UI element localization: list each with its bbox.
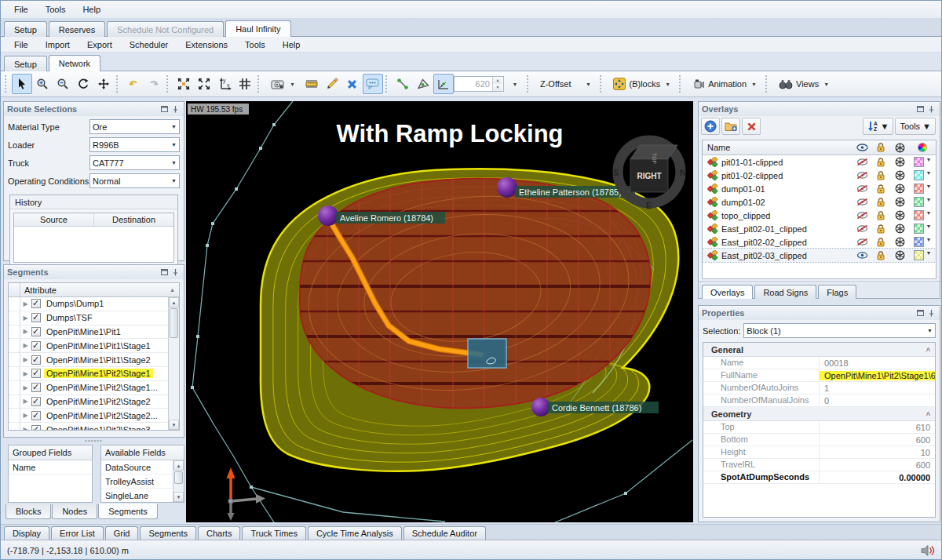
segment-row[interactable]: ▶ Dumps\Dump1 (9, 297, 168, 311)
pin-icon[interactable] (170, 104, 181, 114)
segment-checkbox[interactable] (31, 411, 41, 420)
property-row[interactable]: Bottom 600 (703, 434, 935, 446)
z-value-spinner[interactable]: ▲▼ (454, 76, 504, 92)
color-column-icon[interactable] (909, 143, 936, 152)
overlays-tab[interactable]: Flags (818, 285, 856, 299)
segment-row[interactable]: ▶ OpenPit\Mine1\Pit1 (9, 325, 168, 340)
property-row[interactable]: Height 10 (703, 446, 935, 459)
expand-arrow-icon[interactable]: ▶ (20, 398, 31, 405)
scroll-down-icon[interactable]: ▼ (173, 492, 184, 502)
expand-arrow-icon[interactable]: ▶ (20, 328, 31, 335)
views-button[interactable]: Views▼ (772, 74, 835, 94)
pin-icon[interactable] (926, 308, 937, 318)
history-column-header[interactable]: Source (14, 213, 94, 226)
menu-item[interactable]: Scheduler (121, 38, 177, 52)
overlay-row[interactable]: pit01-02-clipped ▼ (703, 169, 936, 182)
cube-front-label[interactable]: RIGHT (637, 172, 661, 180)
comments-button[interactable] (363, 74, 383, 94)
outer-tab[interactable]: Haul Infinity (225, 20, 290, 37)
property-row[interactable]: Top 610 (703, 421, 935, 434)
segment-tool-button[interactable] (392, 74, 413, 94)
attribute-column-header[interactable]: Attribute ▲ (20, 283, 179, 296)
scroll-up-icon[interactable]: ▲ (169, 297, 179, 307)
color-swatch[interactable] (914, 224, 924, 234)
grouped-field-item[interactable]: Name (9, 460, 92, 475)
color-swatch[interactable] (914, 157, 924, 167)
select-tool-button[interactable] (12, 74, 32, 94)
available-field-item[interactable]: SingleLane (101, 489, 173, 502)
lock-toggle[interactable] (871, 158, 890, 167)
lock-column-icon[interactable] (871, 143, 890, 152)
segment-row[interactable]: ▶ OpenPit\Mine1\Pit2\Stage2... (9, 409, 168, 423)
bottom-tab[interactable]: Segments (140, 526, 196, 540)
color-picker[interactable]: ▼ (909, 157, 936, 167)
speaker-icon[interactable] (921, 544, 937, 557)
outer-tab[interactable]: Setup (4, 21, 47, 37)
float-window-icon[interactable] (159, 104, 170, 114)
overlay-row[interactable]: topo_clipped ▼ (703, 209, 936, 222)
lock-toggle[interactable] (871, 238, 890, 247)
visibility-toggle[interactable] (853, 211, 871, 220)
float-window-icon[interactable] (159, 267, 170, 277)
bottom-tab[interactable]: Grid (105, 526, 139, 540)
available-fields-scrollbar[interactable]: ▲ ▼ (173, 460, 184, 502)
delete-button[interactable] (342, 74, 363, 94)
visibility-toggle[interactable] (853, 251, 871, 260)
scrollbar-thumb[interactable] (174, 471, 183, 484)
toolbar-grip[interactable] (679, 75, 683, 93)
add-folder-button[interactable] (721, 118, 740, 135)
bottom-tab[interactable]: Cycle Time Analysis (308, 526, 402, 540)
segment-row[interactable]: ▶ OpenPit\Mine1\Pit2\Stage1 (9, 367, 168, 381)
delete-overlay-button[interactable] (742, 118, 761, 135)
wireframe-toggle[interactable] (890, 237, 909, 247)
geometry-section-header[interactable]: Geometry ˄ (703, 407, 935, 421)
z-offset-dropdown[interactable]: ▼ (577, 74, 597, 94)
visibility-toggle[interactable] (853, 171, 871, 180)
color-swatch[interactable] (914, 210, 924, 220)
visibility-toggle[interactable] (853, 184, 871, 193)
zoom-extents-button[interactable] (194, 74, 214, 94)
left-bottom-tab[interactable]: Nodes (52, 504, 97, 519)
segment-checkbox[interactable] (31, 327, 41, 336)
inner-tab[interactable]: Setup (4, 56, 47, 71)
wireframe-toggle[interactable] (890, 170, 909, 180)
visibility-toggle[interactable] (853, 224, 871, 233)
zoom-out-button[interactable] (53, 74, 73, 94)
color-swatch[interactable] (914, 184, 924, 194)
route-field-select[interactable]: Normal ▼ (89, 173, 180, 188)
sort-overlays-button[interactable]: AZ ▼ (863, 118, 894, 135)
collapse-icon[interactable]: ˄ (926, 346, 930, 354)
property-row[interactable]: SpotAtDumpSeconds 0.00000 (703, 471, 935, 484)
animation-button[interactable]: Animation▼ (686, 74, 763, 94)
toolbar-grip[interactable] (166, 75, 170, 93)
face-tool-button[interactable] (413, 74, 433, 94)
edit-button[interactable] (322, 74, 342, 94)
lock-toggle[interactable] (871, 198, 890, 207)
wireframe-toggle[interactable] (890, 157, 909, 167)
z-angle-tool-button[interactable]: z (433, 74, 454, 94)
menu-item[interactable]: Extensions (177, 38, 236, 52)
float-window-icon[interactable] (915, 308, 926, 318)
rotate-view-button[interactable] (73, 74, 93, 94)
visibility-toggle[interactable] (853, 238, 871, 246)
left-bottom-tab[interactable]: Blocks (5, 504, 51, 519)
undo-button[interactable] (123, 74, 144, 94)
expand-arrow-icon[interactable]: ▶ (20, 315, 31, 322)
snapshot-button[interactable]: ▼ (265, 74, 301, 94)
segment-row[interactable]: ▶ Dumps\TSF (9, 311, 168, 325)
general-section-header[interactable]: General ˄ (703, 343, 935, 357)
segment-row[interactable]: ▶ OpenPit\Mine1\Pit1\Stage1 (9, 339, 168, 353)
segments-scrollbar[interactable]: ▲ ▼ (168, 297, 179, 430)
compass-e-label[interactable]: E (646, 201, 652, 210)
grid-toggle-button[interactable] (235, 74, 255, 94)
expand-arrow-icon[interactable]: ▶ (20, 342, 31, 349)
expand-arrow-icon[interactable]: ▶ (20, 300, 31, 307)
color-picker[interactable]: ▼ (909, 184, 936, 194)
segment-checkbox[interactable] (31, 313, 41, 322)
spinner-buttons[interactable]: ▲▼ (492, 77, 502, 91)
panel-splitter[interactable]: •••••• (3, 438, 184, 444)
expand-arrow-icon[interactable]: ▶ (20, 412, 31, 419)
color-picker[interactable]: ▼ (909, 224, 936, 234)
viewport-3d[interactable]: Aveline Romero (18784) Etheline Patterso… (186, 101, 693, 522)
outer-tab[interactable]: Reserves (49, 21, 105, 37)
